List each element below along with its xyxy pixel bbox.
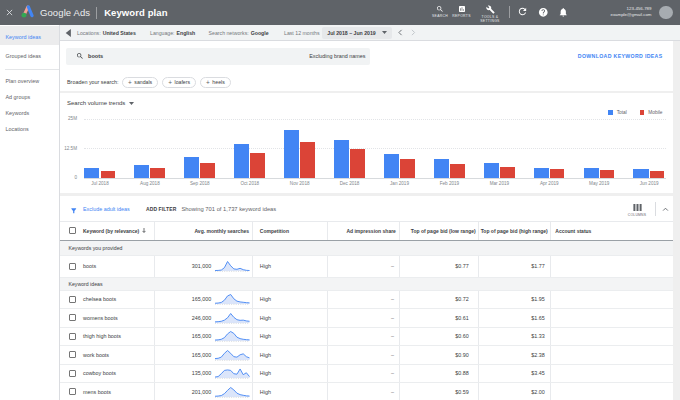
bar-mobile-mar-2019[interactable] (500, 167, 515, 178)
row-checkbox[interactable] (69, 388, 76, 395)
sidebar-item-label: Keyword ideas (6, 34, 41, 40)
download-keyword-ideas-link[interactable]: DOWNLOAD KEYWORD IDEAS (578, 53, 663, 59)
chevron-up-icon (662, 207, 669, 211)
google-ads-logo (20, 4, 35, 22)
sidebar-item-plan-overview[interactable]: Plan overview (0, 73, 59, 89)
x-axis-tick-label: May 2019 (574, 181, 624, 186)
table-row-work-boots[interactable]: work boots165,000High–$0.90$2.38 (60, 346, 673, 365)
broaden-chip-sandals[interactable]: +sandals (122, 77, 158, 89)
keyword-search-card: boots Excluding brand names DOWNLOAD KEY… (60, 41, 673, 91)
bid-high-cell: $1.65 (478, 309, 551, 327)
bar-mobile-dec-2018[interactable] (350, 149, 365, 178)
account-status-cell (550, 291, 672, 309)
column-header-avg-searches[interactable]: Avg. monthly searches (194, 228, 249, 234)
close-icon[interactable] (5, 8, 14, 17)
row-checkbox[interactable] (69, 296, 76, 303)
bar-total-jul-2018[interactable] (84, 168, 99, 178)
column-header-keyword[interactable]: Keyword (by relevance) (83, 228, 139, 234)
competition-cell: High (252, 309, 327, 327)
bar-mobile-nov-2018[interactable] (300, 142, 315, 178)
column-header-account-status[interactable]: Account status (555, 228, 591, 234)
notifications-button[interactable] (558, 7, 569, 18)
columns-button[interactable]: COLUMNS (627, 204, 647, 217)
bid-low-cell: $0.60 (399, 328, 477, 346)
row-checkbox[interactable] (69, 314, 76, 321)
bar-mobile-apr-2019[interactable] (550, 169, 565, 178)
help-button[interactable] (538, 7, 549, 18)
date-range-picker[interactable]: Jul 2018 – Jun 2019 (322, 27, 393, 39)
sidebar-item-grouped-ideas[interactable]: Grouped ideas (0, 45, 59, 66)
table-section-header: Keyword ideas (60, 278, 673, 291)
select-all-checkbox[interactable] (69, 227, 76, 234)
bar-total-mar-2019[interactable] (484, 163, 499, 178)
refresh-button[interactable] (517, 6, 528, 17)
bid-high-cell: $2.38 (478, 346, 551, 364)
bid-high-cell: $3.45 (478, 365, 551, 383)
table-row-boots[interactable]: boots301,000High–$0.77$1.77 (60, 256, 673, 278)
bar-total-may-2019[interactable] (584, 168, 599, 178)
back-button[interactable] (65, 25, 71, 41)
bar-mobile-jan-2019[interactable] (400, 159, 415, 178)
bar-total-sep-2018[interactable] (184, 157, 199, 178)
account-info[interactable]: 123-456-789 example@gmail.com (610, 6, 651, 18)
row-checkbox[interactable] (69, 351, 76, 358)
chip-label: heels (212, 79, 224, 85)
account-status-cell (550, 309, 672, 327)
bar-mobile-feb-2019[interactable] (450, 164, 465, 178)
keyword-search-input[interactable]: boots Excluding brand names (66, 48, 370, 66)
row-checkbox[interactable] (69, 333, 76, 340)
table-row-cowboy-boots[interactable]: cowboy boots135,000High–$0.88$3.45 (60, 365, 673, 384)
legend-label-mobile: Mobile (648, 110, 662, 115)
broaden-chip-loafers[interactable]: +loafers (162, 77, 196, 89)
bar-mobile-aug-2018[interactable] (150, 168, 165, 178)
bar-mobile-jul-2018[interactable] (101, 171, 116, 178)
row-checkbox[interactable] (69, 263, 76, 270)
networks-setting[interactable]: Search networks: Google (209, 25, 269, 41)
table-row-thigh-high-boots[interactable]: thigh high boots165,000High–$0.60$1.33 (60, 328, 673, 347)
sidebar-item-keywords[interactable]: Keywords (0, 105, 59, 121)
exclusion-chip[interactable]: Excluding brand names (309, 53, 365, 59)
add-filter-button[interactable]: ADD FILTER (146, 196, 176, 222)
language-setting[interactable]: Language: English (150, 25, 195, 41)
column-header-bid-high[interactable]: Top of page bid (high range) (481, 228, 548, 234)
bar-total-aug-2018[interactable] (134, 165, 149, 178)
sidebar-item-keyword-ideas[interactable]: Keyword ideas (0, 26, 59, 45)
bar-total-oct-2018[interactable] (234, 144, 249, 178)
bar-mobile-may-2019[interactable] (600, 170, 615, 178)
collapse-table-button[interactable] (658, 196, 672, 222)
sidebar-item-locations[interactable]: Locations (0, 121, 59, 137)
wrench-icon (486, 5, 495, 14)
chart-title-dropdown[interactable]: Search volume trends (67, 100, 134, 106)
competition-cell: High (252, 291, 327, 309)
trend-sparkline (215, 386, 250, 398)
row-checkbox[interactable] (69, 370, 76, 377)
account-email: example@gmail.com (610, 12, 651, 18)
locations-setting[interactable]: Locations: United States (77, 25, 136, 41)
avg-monthly-searches-cell: 165,000 (155, 296, 212, 302)
avatar[interactable] (659, 6, 673, 20)
column-header-competition[interactable]: Competition (260, 228, 289, 234)
trend-sparkline (215, 349, 250, 361)
tools-settings-button[interactable]: TOOLS & SETTINGS (472, 5, 508, 23)
bar-total-feb-2019[interactable] (434, 159, 449, 178)
bar-mobile-jun-2019[interactable] (650, 171, 665, 178)
table-row-chelsea-boots[interactable]: chelsea boots165,000High–$0.72$1.95 (60, 291, 673, 310)
sidebar-item-ad-groups[interactable]: Ad groups (0, 89, 59, 105)
bar-total-nov-2018[interactable] (284, 130, 299, 178)
bar-mobile-oct-2018[interactable] (250, 153, 265, 178)
bid-low-cell: $0.77 (399, 256, 477, 277)
column-header-bid-low[interactable]: Top of page bid (low range) (411, 228, 476, 234)
date-prev-button[interactable] (398, 25, 403, 41)
exclude-adult-ideas-toggle[interactable]: Exclude adult ideas (83, 196, 130, 222)
table-row-womens-boots[interactable]: womens boots246,000High–$0.61$1.65 (60, 309, 673, 328)
column-header-ad-impression-share[interactable]: Ad impression share (346, 228, 395, 234)
broaden-chip-heels[interactable]: +heels (200, 77, 231, 89)
table-row-mens-boots[interactable]: mens boots201,000High–$0.59$2.00 (60, 383, 673, 400)
legend-swatch-total (608, 110, 613, 115)
bar-total-jan-2019[interactable] (384, 154, 399, 178)
bar-total-jun-2019[interactable] (633, 169, 648, 178)
bar-mobile-sep-2018[interactable] (200, 163, 215, 178)
date-next-button[interactable] (411, 25, 416, 41)
bar-total-dec-2018[interactable] (334, 140, 349, 178)
bar-total-apr-2019[interactable] (534, 168, 549, 178)
